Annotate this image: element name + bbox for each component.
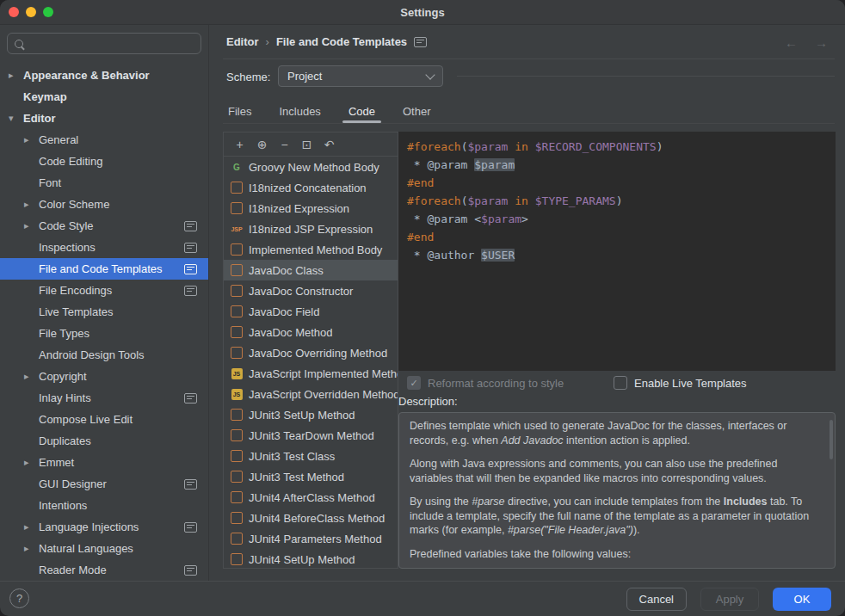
groovy-icon: G (233, 163, 240, 172)
sidebar-item-code-style[interactable]: ▸Code Style (0, 215, 208, 237)
description-text: directive, you can include templates fro… (505, 496, 724, 508)
sidebar-item-inlay-hints[interactable]: Inlay Hints (0, 387, 208, 409)
tab-files[interactable]: Files (219, 99, 260, 123)
sidebar-item-label: Android Design Tools (39, 348, 145, 361)
description-scrollbar[interactable] (830, 420, 833, 459)
sidebar-item-appearance-behavior[interactable]: ▸Appearance & Behavior (0, 65, 208, 86)
chevron-right-icon[interactable]: ▸ (24, 521, 39, 533)
template-item-javadoc-class[interactable]: JavaDoc Class (224, 260, 398, 280)
sidebar-item-general[interactable]: ▸General (0, 129, 208, 151)
enable-live-templates-checkbox[interactable] (614, 376, 627, 390)
sidebar-item-label: General (39, 133, 78, 146)
code-line: * @param <$param> (407, 210, 836, 228)
template-item-junit3-setup-method[interactable]: JUnit3 SetUp Method (224, 404, 398, 425)
inline-edit-icon (184, 286, 197, 296)
template-item-javadoc-constructor[interactable]: JavaDoc Constructor (224, 280, 398, 301)
template-file-icon (231, 409, 243, 421)
template-icon (231, 491, 243, 503)
code-token: $param (481, 213, 521, 225)
template-item-groovy-new-method-body[interactable]: GGroovy New Method Body (224, 157, 398, 177)
add-template-button[interactable]: + (231, 138, 249, 151)
tab-other[interactable]: Other (394, 99, 440, 123)
sidebar-item-compose-live-edit[interactable]: Compose Live Edit (0, 409, 208, 430)
sidebar-item-live-templates[interactable]: Live Templates (0, 301, 208, 323)
template-item-i18nized-expression[interactable]: I18nized Expression (224, 198, 398, 219)
help-icon[interactable]: ? (9, 588, 29, 608)
sidebar-item-code-editing[interactable]: Code Editing (0, 151, 208, 172)
tab-includes[interactable]: Includes (270, 99, 329, 123)
chevron-down-icon[interactable]: ▾ (9, 113, 23, 124)
back-icon[interactable]: ← (785, 35, 798, 50)
chevron-right-icon[interactable]: ▸ (24, 543, 39, 554)
sidebar-item-file-and-code-templates[interactable]: File and Code Templates (0, 258, 208, 280)
template-code-editor[interactable]: #foreach($param in $RECORD_COMPONENTS) *… (398, 132, 836, 371)
template-list: GGroovy New Method BodyI18nized Concaten… (224, 157, 398, 569)
sidebar-item-intentions[interactable]: Intentions (0, 495, 208, 516)
breadcrumb-item-editor[interactable]: Editor (226, 35, 259, 48)
sidebar-item-font[interactable]: Font (0, 172, 208, 194)
sidebar-item-editor[interactable]: ▾Editor (0, 108, 208, 129)
reset-to-default-button[interactable]: ↶ (320, 138, 338, 151)
template-item-javascript-overridden-method[interactable]: JSJavaScript Overridden Method (224, 384, 398, 404)
template-item-javascript-implemented-method[interactable]: JSJavaScript Implemented Method (224, 363, 398, 384)
create-child-template-button[interactable]: ⊕ (253, 138, 271, 151)
chevron-right-icon[interactable]: ▸ (24, 199, 39, 210)
search-input[interactable] (23, 37, 200, 50)
template-item-i18nized-jsp-expression[interactable]: JSPI18nized JSP Expression (224, 219, 398, 239)
sidebar-item-emmet[interactable]: ▸Emmet (0, 452, 208, 473)
template-file-icon (231, 491, 243, 503)
template-item-label: JUnit3 Test Class (249, 450, 335, 463)
template-file-icon (231, 285, 243, 297)
chevron-right-icon[interactable]: ▸ (24, 457, 39, 468)
sidebar-item-file-encodings[interactable]: File Encodings (0, 280, 208, 301)
code-line: * @author $USER (407, 246, 836, 264)
template-item-javadoc-overriding-method[interactable]: JavaDoc Overriding Method (224, 342, 398, 363)
code-token: $param (467, 140, 508, 153)
sidebar-item-gui-designer[interactable]: GUI Designer (0, 473, 208, 495)
template-item-i18nized-concatenation[interactable]: I18nized Concatenation (224, 177, 398, 198)
sidebar-item-android-design-tools[interactable]: Android Design Tools (0, 344, 208, 366)
sidebar-item-copyright[interactable]: ▸Copyright (0, 366, 208, 387)
template-icon (231, 429, 243, 441)
template-item-label: JUnit4 Parameters Method (249, 533, 382, 545)
template-item-javadoc-field[interactable]: JavaDoc Field (224, 301, 398, 322)
sidebar-item-language-injections[interactable]: ▸Language Injections (0, 516, 208, 538)
sidebar-item-file-types[interactable]: File Types (0, 323, 208, 344)
chevron-right-icon[interactable]: ▸ (24, 220, 39, 231)
template-file-icon (231, 243, 243, 256)
ok-button[interactable]: OK (773, 588, 831, 611)
chevron-right-icon[interactable]: ▸ (9, 70, 23, 81)
template-item-junit4-parameters-method[interactable]: JUnit4 Parameters Method (224, 528, 398, 549)
forward-icon[interactable]: → (815, 35, 828, 50)
settings-search-box[interactable] (7, 33, 201, 54)
template-tabs: FilesIncludesCodeOther (219, 99, 449, 123)
template-item-junit4-beforeclass-method[interactable]: JUnit4 BeforeClass Method (224, 508, 398, 528)
sidebar-item-color-scheme[interactable]: ▸Color Scheme (0, 194, 208, 215)
tabs-divider (223, 123, 835, 124)
chevron-right-icon[interactable]: ▸ (24, 371, 39, 382)
copy-template-button[interactable]: ⊡ (298, 138, 316, 151)
scheme-select[interactable]: Project (278, 65, 443, 87)
template-item-junit3-test-method[interactable]: JUnit3 Test Method (224, 466, 398, 487)
breadcrumb-item-file-and-code-templates[interactable]: File and Code Templates (276, 35, 407, 48)
sidebar-item-duplicates[interactable]: Duplicates (0, 430, 208, 452)
cancel-button[interactable]: Cancel (626, 588, 687, 611)
template-item-junit3-test-class[interactable]: JUnit3 Test Class (224, 446, 398, 466)
template-item-junit3-teardown-method[interactable]: JUnit3 TearDown Method (224, 425, 398, 446)
template-item-junit4-afterclass-method[interactable]: JUnit4 AfterClass Method (224, 487, 398, 508)
sidebar-item-inspections[interactable]: Inspections (0, 237, 208, 258)
code-token: in (515, 140, 528, 153)
sidebar-item-keymap[interactable]: Keymap (0, 86, 208, 108)
tab-code[interactable]: Code (340, 99, 384, 123)
template-item-javadoc-method[interactable]: JavaDoc Method (224, 322, 398, 342)
template-file-icon (231, 326, 243, 338)
template-item-label: JUnit4 BeforeClass Method (249, 512, 385, 525)
template-icon (231, 243, 243, 256)
remove-template-button[interactable]: − (275, 138, 293, 151)
chevron-down-icon (425, 70, 435, 79)
sidebar-item-reader-mode[interactable]: Reader Mode (0, 559, 208, 581)
sidebar-item-natural-languages[interactable]: ▸Natural Languages (0, 538, 208, 559)
template-item-implemented-method-body[interactable]: Implemented Method Body (224, 239, 398, 260)
chevron-right-icon[interactable]: ▸ (24, 134, 39, 145)
template-item-junit4-setup-method[interactable]: JUnit4 SetUp Method (224, 549, 398, 569)
